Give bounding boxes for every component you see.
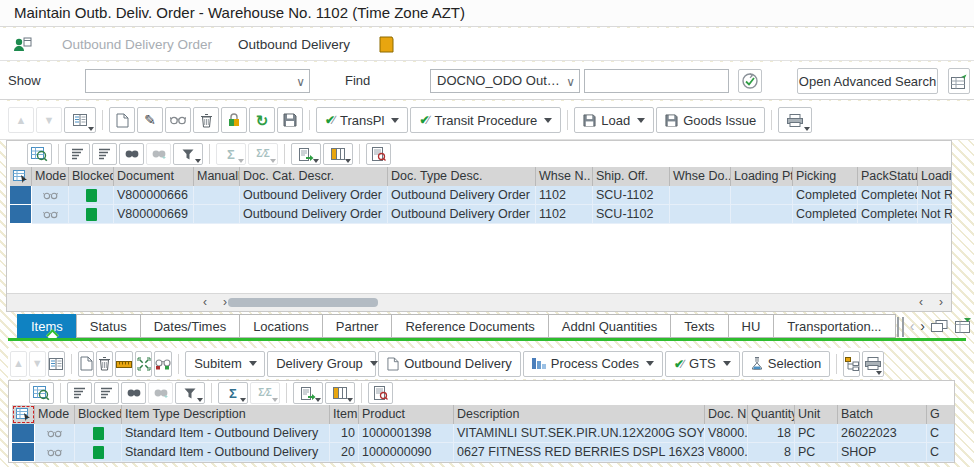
sum-button[interactable]: Σ <box>216 143 246 165</box>
column-header[interactable]: Document <box>114 167 194 186</box>
item-delete-button[interactable] <box>96 351 113 377</box>
load-button[interactable]: Load <box>574 107 654 133</box>
tab-overview-button[interactable] <box>931 320 948 333</box>
tab[interactable]: Transportation... <box>773 314 895 338</box>
folder-icon[interactable] <box>378 35 395 54</box>
find-button[interactable] <box>121 382 146 404</box>
select-all-header[interactable] <box>10 167 32 186</box>
column-header[interactable]: Description <box>454 405 705 424</box>
sort-ascending-button[interactable] <box>65 143 90 165</box>
table-row[interactable]: V800000669 Outbound Delivery Order Outbo… <box>10 205 951 224</box>
layout-button[interactable] <box>325 382 355 404</box>
create-button[interactable] <box>109 107 135 133</box>
delete-button[interactable] <box>193 107 219 133</box>
find-button[interactable] <box>119 143 144 165</box>
transit-procedure-button[interactable]: ✔∕ Transit Procedure <box>410 107 561 133</box>
table-search-button[interactable] <box>27 143 52 165</box>
column-header[interactable]: Blocked <box>69 167 114 186</box>
user-session-icon[interactable] <box>12 36 32 53</box>
refresh-button[interactable]: ↻ <box>249 107 275 133</box>
scroll-right-button-2[interactable]: › <box>933 295 949 311</box>
column-header[interactable]: Doc. N.. <box>705 405 748 424</box>
start-search-button[interactable] <box>738 69 762 93</box>
tab[interactable]: Partner <box>322 314 393 338</box>
assign-button[interactable] <box>154 351 172 377</box>
scroll-left-button[interactable]: ‹ <box>197 295 213 311</box>
column-header[interactable]: PackStatus <box>858 167 918 186</box>
select-all-header[interactable] <box>12 405 35 424</box>
tab-scroll-left-button[interactable]: ‹ <box>910 319 915 333</box>
column-header[interactable]: Batch <box>838 405 927 424</box>
column-header[interactable]: Loadi <box>918 167 952 186</box>
sort-ascending-button[interactable] <box>67 382 92 404</box>
column-header[interactable]: Item Type Description <box>122 405 330 424</box>
column-header[interactable]: Unit <box>795 405 838 424</box>
layout-button[interactable] <box>323 143 353 165</box>
column-header[interactable]: Doc. Type Desc. <box>388 167 536 186</box>
column-header[interactable]: Manually <box>194 167 240 186</box>
column-header[interactable]: Quantity <box>748 405 795 424</box>
column-header[interactable]: Doc. Cat. Descr. <box>240 167 388 186</box>
export-button[interactable] <box>291 143 321 165</box>
goods-issue-button[interactable]: Goods Issue <box>656 107 765 133</box>
item-scroll-up-button[interactable]: ▲ <box>10 351 27 377</box>
filter-button[interactable] <box>175 382 205 404</box>
find-input[interactable] <box>584 69 729 93</box>
filter-button[interactable] <box>173 143 203 165</box>
tab-scroll-right-button[interactable]: › <box>920 319 925 333</box>
details-button[interactable] <box>64 107 96 133</box>
expand-button[interactable] <box>135 351 152 377</box>
table-row[interactable]: Standard Item - Outbound Delivery 10 100… <box>12 424 954 443</box>
find-field-select[interactable]: DOCNO_ODO Outbound… ∨ <box>430 69 580 93</box>
advanced-search-window-button[interactable] <box>948 68 970 94</box>
scroll-up-button[interactable]: ▲ <box>8 107 34 133</box>
find-next-button[interactable] <box>146 143 171 165</box>
column-header[interactable]: Mode <box>35 405 75 424</box>
gts-button[interactable]: ✔∕ GTS <box>665 351 740 377</box>
save-button[interactable] <box>277 107 303 133</box>
horizontal-scrollbar[interactable]: ‹ › ‹ › <box>7 293 951 311</box>
column-header[interactable]: Picking <box>793 167 858 186</box>
column-header[interactable]: Product <box>359 405 454 424</box>
export-button[interactable] <box>293 382 323 404</box>
column-header[interactable]: Mode <box>32 167 69 186</box>
process-codes-button[interactable]: Process Codes <box>523 351 663 377</box>
scroll-left-button-2[interactable]: ‹ <box>913 295 929 311</box>
tab[interactable]: Locations <box>239 314 323 338</box>
column-header[interactable]: Loading Pt <box>731 167 793 186</box>
selection-button[interactable]: Selection <box>742 351 830 377</box>
item-create-button[interactable] <box>78 351 95 377</box>
item-scroll-down-button[interactable]: ▼ <box>29 351 46 377</box>
scroll-down-button[interactable]: ▼ <box>36 107 62 133</box>
print-button[interactable] <box>778 107 812 133</box>
sort-descending-button[interactable] <box>92 143 117 165</box>
scrollbar-thumb[interactable] <box>228 298 378 307</box>
column-header[interactable]: Ship. Off. <box>593 167 670 186</box>
item-details-button[interactable] <box>48 351 65 377</box>
sum-button[interactable]: Σ <box>218 382 248 404</box>
column-header[interactable]: Whse Do.. <box>670 167 731 186</box>
column-header[interactable]: Whse N.. <box>536 167 593 186</box>
row-select-cell[interactable] <box>10 205 32 224</box>
print-preview-button[interactable] <box>366 143 391 165</box>
column-header[interactable]: Item <box>330 405 359 424</box>
hierarchy-button[interactable] <box>843 351 860 377</box>
column-header[interactable]: Blocked <box>75 405 122 424</box>
subtotal-button[interactable]: Σ∕Σ <box>250 382 280 404</box>
subtotal-button[interactable]: Σ∕Σ <box>248 143 278 165</box>
table-row[interactable]: Standard Item - Outbound Delivery 20 100… <box>12 443 954 462</box>
tab[interactable]: Dates/Times <box>140 314 240 338</box>
open-advanced-search-button[interactable]: Open Advanced Search <box>797 68 938 94</box>
tab[interactable]: Status <box>76 314 141 338</box>
edit-button[interactable]: ✎ <box>137 107 163 133</box>
detach-panel-button[interactable] <box>954 318 972 334</box>
block-unblock-button[interactable] <box>221 107 247 133</box>
sort-descending-button[interactable] <box>94 382 119 404</box>
item-print-button[interactable] <box>862 351 884 377</box>
subitem-button[interactable]: Subitem <box>185 351 265 377</box>
display-button[interactable] <box>165 107 191 133</box>
delivery-group-button[interactable]: Delivery Group <box>267 351 376 377</box>
outbound-delivery-button[interactable]: Outbound Delivery <box>378 351 521 377</box>
transpl-button[interactable]: ✔∕ TransPl <box>316 107 408 133</box>
print-preview-button[interactable] <box>368 382 393 404</box>
